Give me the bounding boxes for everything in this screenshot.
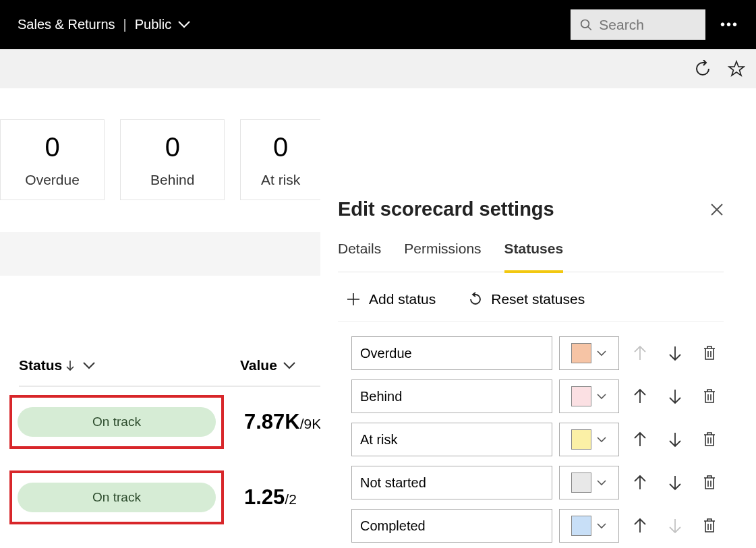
search-box[interactable] [571, 9, 705, 40]
table-header: Status Value [19, 357, 320, 387]
kpi-value: 0 [273, 132, 288, 162]
arrow-up-icon [633, 345, 647, 361]
color-swatch [571, 386, 591, 406]
move-up-button[interactable] [626, 425, 654, 454]
value-cell: 1.25/2 [244, 485, 297, 510]
delete-button[interactable] [695, 468, 724, 497]
color-picker[interactable] [559, 379, 619, 413]
tab-permissions[interactable]: Permissions [404, 241, 481, 272]
search-input[interactable] [599, 17, 696, 33]
color-swatch [571, 473, 591, 493]
arrow-down-icon [668, 475, 682, 491]
chevron-down-icon [597, 480, 606, 486]
trash-icon [703, 475, 716, 491]
trash-icon [703, 345, 716, 361]
kpi-card-behind[interactable]: 0 Behind [120, 119, 225, 200]
kpi-card-atrisk[interactable]: 0 At risk [240, 119, 320, 200]
highlight-box: On track [9, 395, 224, 449]
visibility-dropdown[interactable]: Public [135, 17, 190, 32]
delete-button[interactable] [695, 425, 724, 454]
status-row [351, 423, 724, 456]
color-swatch [571, 516, 591, 536]
svg-line-1 [588, 26, 591, 30]
refresh-button[interactable] [694, 60, 711, 78]
panel-tabs: Details Permissions Statuses [338, 241, 724, 272]
plus-icon [346, 292, 361, 307]
close-icon [710, 203, 724, 216]
status-list [338, 336, 724, 543]
move-up-button[interactable] [626, 382, 654, 410]
status-name-input[interactable] [351, 423, 552, 456]
color-picker[interactable] [559, 466, 619, 499]
arrow-up-icon [633, 431, 647, 448]
color-swatch [571, 343, 591, 363]
visibility-label: Public [135, 17, 171, 32]
move-up-button[interactable] [626, 512, 654, 540]
table-row: On track 7.87K/9K [9, 392, 321, 452]
refresh-icon [694, 60, 711, 78]
highlight-box: On track [9, 470, 224, 524]
tab-statuses[interactable]: Statuses [504, 241, 564, 273]
top-bar: Sales & Returns | Public ••• [0, 0, 756, 49]
status-row [351, 336, 724, 370]
status-row [351, 466, 724, 499]
close-button[interactable] [710, 203, 724, 216]
chevron-down-icon [82, 361, 96, 369]
arrow-down-icon [668, 388, 682, 404]
scorecard-content: 0 Overdue 0 Behind 0 At risk Status Valu… [0, 88, 320, 548]
more-menu[interactable]: ••• [720, 17, 738, 32]
arrow-down-icon [668, 431, 682, 448]
kpi-value: 0 [45, 132, 59, 162]
table-row: On track 1.25/2 [9, 467, 321, 528]
sub-toolbar [0, 49, 756, 88]
delete-button[interactable] [695, 382, 724, 410]
delete-button[interactable] [695, 339, 724, 367]
status-name-input[interactable] [351, 379, 552, 413]
status-name-input[interactable] [351, 336, 552, 370]
move-down-button[interactable] [661, 468, 689, 497]
favorite-button[interactable] [728, 60, 745, 78]
status-name-input[interactable] [351, 509, 552, 543]
value-cell: 7.87K/9K [244, 410, 321, 434]
kpi-label: At risk [261, 172, 300, 188]
table-rows: On track 7.87K/9K On track 1.25/2 [9, 392, 321, 528]
color-picker[interactable] [559, 423, 619, 456]
arrow-up-icon [633, 518, 647, 534]
color-swatch [571, 429, 591, 450]
kpi-label: Overdue [25, 172, 80, 188]
status-pill[interactable]: On track [18, 483, 216, 512]
tab-details[interactable]: Details [338, 241, 381, 272]
chevron-down-icon [283, 361, 296, 369]
color-picker[interactable] [559, 336, 619, 370]
move-up-button[interactable] [626, 468, 654, 497]
trash-icon [703, 431, 716, 448]
move-up-button [626, 339, 654, 367]
search-icon [580, 18, 592, 32]
move-down-button[interactable] [661, 382, 689, 410]
svg-point-0 [581, 20, 589, 28]
add-status-button[interactable]: Add status [346, 291, 436, 307]
kpi-value: 0 [165, 132, 180, 162]
move-down-button[interactable] [661, 425, 689, 454]
status-name-input[interactable] [351, 466, 552, 499]
kpi-row: 0 Overdue 0 Behind 0 At risk [0, 88, 320, 200]
status-column-header[interactable]: Status [19, 357, 96, 373]
trash-icon [703, 388, 716, 404]
move-down-button[interactable] [661, 339, 689, 367]
kpi-card-overdue[interactable]: 0 Overdue [0, 119, 105, 200]
color-picker[interactable] [559, 509, 619, 543]
chevron-down-icon [597, 523, 606, 529]
status-pill[interactable]: On track [18, 407, 216, 437]
delete-button[interactable] [695, 512, 724, 540]
chevron-down-icon [597, 437, 606, 443]
panel-title: Edit scorecard settings [338, 198, 710, 220]
reset-statuses-button[interactable]: Reset statuses [468, 291, 585, 307]
status-row [351, 509, 724, 543]
separator: | [123, 17, 127, 32]
arrow-down-icon [668, 345, 682, 361]
chevron-down-icon [178, 21, 190, 28]
arrow-up-icon [633, 475, 647, 491]
filter-band [0, 232, 320, 276]
star-icon [728, 60, 745, 78]
value-column-header[interactable]: Value [240, 357, 296, 373]
